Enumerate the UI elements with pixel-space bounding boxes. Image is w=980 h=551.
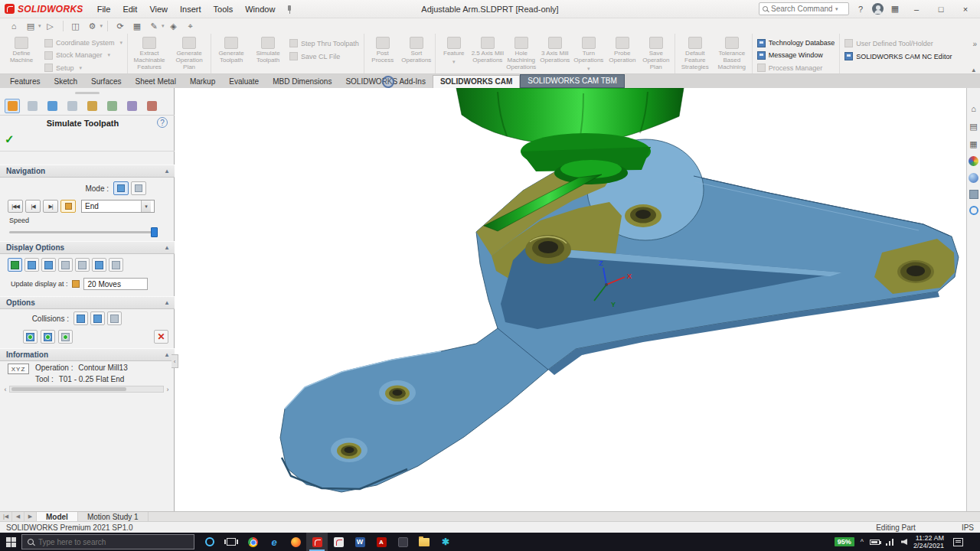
measure-icon[interactable]: ⌖ bbox=[183, 20, 198, 32]
view-orientation-icon[interactable]: ⌂ bbox=[6, 20, 21, 32]
menu-view[interactable]: View bbox=[143, 3, 174, 15]
tab-motion-study[interactable]: Motion Study 1 bbox=[78, 512, 149, 521]
default-feature-strategies-button[interactable]: Default Feature Strategies bbox=[677, 34, 714, 73]
sketch-icon[interactable]: ✎ bbox=[146, 20, 162, 32]
apps-grid-icon[interactable]: ▦ bbox=[888, 2, 902, 16]
status-units[interactable]: IPS bbox=[962, 523, 974, 532]
section-display-options-header[interactable]: Display Options ▴ bbox=[0, 241, 175, 254]
collapse-chevron-icon[interactable]: ▴ bbox=[165, 168, 168, 174]
generate-toolpath-button[interactable]: Generate Toolpath bbox=[213, 34, 250, 73]
collision-stock-button[interactable] bbox=[74, 311, 88, 325]
update-display-field[interactable]: 20 Moves bbox=[83, 278, 148, 290]
ok-check-button[interactable]: ✓ bbox=[5, 132, 15, 146]
section-navigation-header[interactable]: Navigation ▴ bbox=[0, 165, 175, 178]
machine-display-button[interactable] bbox=[41, 258, 56, 272]
menu-edit[interactable]: Edit bbox=[116, 3, 143, 15]
task-view-button[interactable] bbox=[220, 533, 242, 551]
stop-on-collision-button[interactable] bbox=[41, 330, 55, 344]
tab-solidworks-cam[interactable]: SOLIDWORKS CAM bbox=[433, 75, 520, 88]
edge-button[interactable]: e bbox=[263, 533, 285, 551]
holder-display-button[interactable] bbox=[75, 258, 90, 272]
edrawings-button[interactable] bbox=[328, 533, 349, 551]
search-dropdown-icon[interactable]: ▾ bbox=[835, 6, 838, 12]
tool-mode-toggle[interactable] bbox=[113, 181, 129, 195]
tab-solidworks-cam-tbm[interactable]: SOLIDWORKS CAM TBM bbox=[520, 74, 625, 88]
generate-operation-plan-button[interactable]: Generate Operation Plan bbox=[169, 34, 209, 73]
taskbar-clock[interactable]: 11:22 AM 2/24/2021 bbox=[913, 534, 944, 549]
ribbon-collapse-icon[interactable]: ▴ bbox=[972, 66, 975, 73]
turn-operations-button[interactable]: Turn Operations bbox=[572, 34, 606, 73]
collapse-chevron-icon[interactable]: ▴ bbox=[165, 351, 168, 358]
menu-file[interactable]: File bbox=[91, 3, 117, 15]
right-tip-hole[interactable] bbox=[897, 260, 934, 283]
tab-sketch[interactable]: Sketch bbox=[47, 76, 84, 88]
xyz-coordinates-button[interactable]: XYZ bbox=[8, 364, 29, 374]
text-display-button[interactable] bbox=[58, 258, 73, 272]
battery-icon[interactable] bbox=[870, 540, 880, 545]
step-thru-toolpath-button[interactable]: Step Thru Toolpath bbox=[286, 38, 362, 48]
panel-drag-handle[interactable] bbox=[75, 92, 100, 94]
ribbon-expand-icon[interactable]: » bbox=[972, 40, 977, 48]
forum-icon[interactable] bbox=[969, 206, 978, 215]
save-operation-plan-button[interactable]: Save Operation Plan bbox=[639, 34, 673, 73]
graphics-viewport[interactable]: X Z Y bbox=[175, 88, 966, 511]
collapse-chevron-icon[interactable]: ▴ bbox=[165, 244, 168, 251]
counterbore-hole-left[interactable] bbox=[525, 235, 571, 264]
tab-features[interactable]: Features bbox=[3, 76, 47, 88]
run-to-tool-button[interactable] bbox=[60, 200, 76, 213]
foot-hole-lower[interactable] bbox=[331, 438, 368, 462]
pm-tab-cam-tree[interactable] bbox=[124, 99, 139, 113]
section-options-header[interactable]: Options ▴ bbox=[0, 296, 175, 309]
cam-utility-button[interactable]: ✱ bbox=[435, 533, 456, 551]
chrome-button[interactable] bbox=[242, 533, 263, 551]
action-center-icon[interactable] bbox=[953, 538, 963, 546]
speaker-icon[interactable] bbox=[901, 539, 907, 545]
save-icon[interactable]: ◫ bbox=[68, 20, 83, 32]
scroll-left-icon[interactable]: ‹ bbox=[2, 386, 9, 393]
forward-icon[interactable]: ▷ bbox=[43, 20, 58, 32]
user-defined-tool-holder-button[interactable]: User Defined Tool/Holder bbox=[841, 38, 955, 48]
pm-tab-configuration[interactable] bbox=[64, 99, 80, 113]
stock-manager-button[interactable]: Stock Manager bbox=[41, 51, 126, 60]
cortana-button[interactable] bbox=[199, 533, 220, 551]
panel-help-icon[interactable]: ? bbox=[157, 117, 168, 128]
simulate-toolpath-button[interactable]: Simulate Toolpath bbox=[250, 34, 286, 73]
turbo-mode-toggle[interactable] bbox=[131, 181, 146, 195]
feature-button[interactable]: Feature bbox=[437, 34, 471, 73]
pm-tab-cam-operation[interactable] bbox=[5, 99, 20, 113]
menu-window[interactable]: Window bbox=[239, 3, 281, 15]
open-icon[interactable]: ▤ bbox=[23, 20, 38, 32]
home-icon[interactable]: ⌂ bbox=[969, 103, 979, 114]
tab-evaluate[interactable]: Evaluate bbox=[222, 76, 266, 88]
network-icon[interactable] bbox=[886, 539, 895, 546]
dropdown-arrow-icon[interactable]: ▾ bbox=[38, 23, 41, 29]
gauge-display-button[interactable] bbox=[92, 258, 106, 272]
tab-sheet-metal[interactable]: Sheet Metal bbox=[129, 76, 183, 88]
tab-model[interactable]: Model bbox=[37, 512, 78, 521]
probe-operation-button[interactable]: Probe Operation bbox=[606, 34, 639, 73]
mill-25axis-operations-button[interactable]: 2.5 Axis Mill Operations bbox=[471, 34, 505, 73]
pin-menu-icon[interactable] bbox=[284, 5, 293, 14]
step-back-button[interactable]: |◀ bbox=[25, 200, 41, 213]
collapse-chevron-icon[interactable]: ▴ bbox=[165, 299, 168, 306]
rebuild-icon[interactable]: ⟳ bbox=[113, 20, 128, 32]
file-explorer-button[interactable] bbox=[413, 533, 435, 551]
pause-on-collision-button[interactable] bbox=[23, 330, 38, 344]
mill-3axis-operations-button[interactable]: 3 Axis Mill Operations bbox=[538, 34, 572, 73]
pm-tab-display-manager[interactable] bbox=[104, 99, 119, 113]
acrobat-button[interactable]: A bbox=[371, 533, 392, 551]
scrollbar-thumb[interactable] bbox=[11, 387, 126, 391]
resource-monitor-badge[interactable]: 95% bbox=[835, 537, 854, 546]
tab-markup[interactable]: Markup bbox=[183, 76, 222, 88]
section-information-header[interactable]: Information ▴ bbox=[0, 348, 175, 361]
setup-button[interactable]: Setup bbox=[41, 64, 126, 73]
hole-machining-operations-button[interactable]: Hole Machining Operations bbox=[505, 34, 538, 73]
tool-display-button[interactable] bbox=[8, 258, 22, 272]
play-forward-button[interactable]: ▶| bbox=[43, 200, 58, 213]
settings-icon[interactable]: ⚙ bbox=[85, 20, 100, 32]
tab-prev-icon[interactable]: ◀ bbox=[12, 512, 24, 521]
pm-tab-feature-tree[interactable] bbox=[24, 99, 40, 113]
tab-first-icon[interactable]: |◀ bbox=[0, 512, 12, 521]
pm-tab-dimxpert[interactable] bbox=[84, 99, 100, 113]
search-input[interactable] bbox=[771, 5, 832, 13]
